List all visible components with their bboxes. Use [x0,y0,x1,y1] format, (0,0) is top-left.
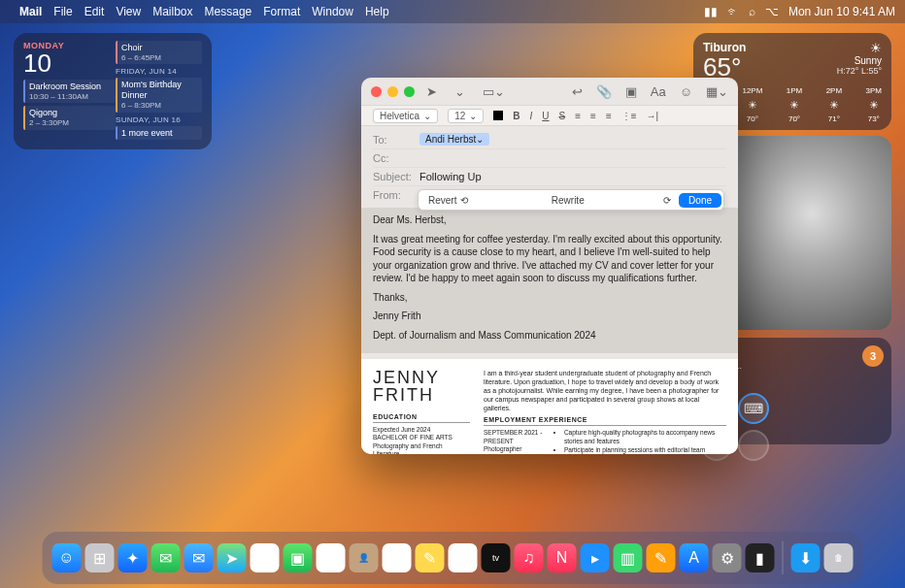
align-right-icon[interactable]: ≡ [606,111,612,121]
body-thanks: Thanks, [373,291,726,305]
menu-help[interactable]: Help [365,5,389,18]
dock-trash[interactable]: 🗑 [824,543,854,572]
compose-body[interactable]: Dear Ms. Herbst, It was great meeting fo… [361,208,738,353]
subject-field[interactable]: Following Up [419,171,726,182]
indent-icon[interactable]: →| [647,111,659,121]
strike-button[interactable]: S [559,111,566,121]
dock-maps[interactable]: ➤ [218,543,247,572]
dock-iphone-mirroring[interactable]: ▮ [746,543,775,572]
weather-temp: 65° [703,54,746,80]
window-close-button[interactable] [371,86,382,97]
underline-button[interactable]: U [542,111,549,121]
dock-music[interactable]: ♫ [515,543,544,572]
weather-hour: 1PM☀︎70° [787,85,802,125]
menu-file[interactable]: File [53,5,72,18]
calendar-widget[interactable]: MONDAY 10 Darkroom Session10:30 – 11:30A… [14,33,212,149]
calendar-event[interactable]: Choir6 – 6:45PM [116,41,202,64]
dock-launchpad[interactable]: ⊞ [85,543,115,572]
emoji-icon[interactable]: ☺ [680,84,692,99]
font-size-select[interactable]: 12 ⌄ [448,109,484,123]
menubar-datetime[interactable]: Mon Jun 10 9:41 AM [788,5,895,18]
dock-appstore[interactable]: A [680,543,709,572]
photo-icon[interactable]: ▣ [625,84,637,99]
control-center-icon[interactable]: ⌥ [765,5,779,18]
weather-hilo: H:72° L:55° [837,66,882,76]
dock: ☺⊞✦✉✉➤✿▣10👤≣✎✐tv♫N▸▥✎A⚙▮ ⬇🗑 [43,532,863,584]
weather-condition: Sunny [837,55,882,66]
device-unknown-icon[interactable] [738,430,769,461]
window-titlebar[interactable]: ➤ ⌄ ▭⌄ ↩ 📎 ▣ Aa ☺ ▦⌄ [361,78,738,105]
undo-icon: ⟲ [460,195,468,206]
calendar-event[interactable]: Qigong2 – 3:30PM [23,106,116,129]
send-icon[interactable]: ➤ [426,84,437,99]
dock-settings[interactable]: ⚙ [713,543,742,572]
font-icon[interactable]: Aa [651,84,666,99]
dock-facetime[interactable]: ▣ [284,543,313,572]
bold-button[interactable]: B [513,111,520,121]
menu-format[interactable]: Format [263,5,300,18]
calendar-event[interactable]: 1 more event [116,126,202,141]
italic-button[interactable]: I [530,111,533,121]
revert-button[interactable]: Revert ⟲ [419,195,478,206]
format-bar: Helvetica ⌄ 12 ⌄ B I U S ≡ ≡ ≡ ⋮≡ →| [361,105,738,126]
dock-notes[interactable]: ✎ [416,543,445,572]
menu-message[interactable]: Message [205,5,252,18]
battery-icon[interactable]: ▮▮ [704,5,718,18]
dock-photos[interactable]: ✿ [251,543,280,572]
menubar: Mail File Edit View Mailbox Message Form… [0,0,905,23]
align-left-icon[interactable]: ≡ [575,111,581,121]
menu-mailbox[interactable]: Mailbox [152,5,192,18]
markup-icon[interactable]: ▦⌄ [706,84,728,99]
calendar-section-label: FRIDAY, JUN 14 [116,67,202,76]
dock-pages[interactable]: ✎ [647,543,676,572]
spotlight-icon[interactable]: ⌕ [749,5,755,18]
calendar-event[interactable]: Mom's Birthday Dinner6 – 8:30PM [116,78,202,112]
dock-mail[interactable]: ✉ [184,543,214,572]
chevron-down-icon[interactable]: ⌄ [454,84,465,99]
rewrite-title: Rewrite [478,195,657,206]
subject-label: Subject: [373,171,419,182]
window-minimize-button[interactable] [387,86,398,97]
rewrite-refresh-icon[interactable]: ⟳ [657,195,677,206]
dock-news[interactable]: N [548,543,577,572]
done-button[interactable]: Done [679,193,721,208]
list-icon[interactable]: ⋮≡ [621,111,637,121]
edu-heading: EDUCATION [373,413,470,423]
exp-heading: EMPLOYMENT EXPERIENCE [484,416,726,426]
reply-icon[interactable]: ↩ [572,84,583,99]
color-swatch[interactable] [493,111,503,120]
dock-keynote[interactable]: ▸ [581,543,610,572]
font-select[interactable]: Helvetica ⌄ [373,109,438,123]
attach-icon[interactable]: 📎 [596,84,612,99]
dock-reminders[interactable]: ≣ [383,543,412,572]
dock-numbers[interactable]: ▥ [614,543,643,572]
header-format-icon[interactable]: ▭⌄ [483,84,505,99]
align-center-icon[interactable]: ≡ [590,111,596,121]
cc-label: Cc: [373,152,419,164]
dock-downloads[interactable]: ⬇ [791,543,821,572]
calendar-section-label: SUNDAY, JUN 16 [116,115,202,124]
window-zoom-button[interactable] [404,86,415,97]
app-menu[interactable]: Mail [19,5,42,18]
chevron-down-icon: ⌄ [469,111,477,121]
calendar-event[interactable]: Darkroom Session10:30 – 11:30AM [23,80,116,103]
menu-view[interactable]: View [116,5,141,18]
dock-freeform[interactable]: ✐ [449,543,478,572]
dock-calendar[interactable]: 10 [317,543,346,572]
dock-tv[interactable]: tv [482,543,511,572]
menu-window[interactable]: Window [312,5,353,18]
wifi-icon[interactable]: ᯤ [727,5,739,18]
dock-safari[interactable]: ✦ [118,543,148,572]
device-keyboard-icon[interactable]: ⌨ [738,393,769,424]
to-label: To: [373,134,419,146]
menu-edit[interactable]: Edit [84,5,105,18]
dock-messages[interactable]: ✉ [151,543,181,572]
rewrite-toolbar: Revert ⟲ Rewrite ⟳ Done [418,189,724,211]
dock-finder[interactable]: ☺ [52,543,82,572]
weather-hour: 12PM☀︎70° [742,85,762,125]
recipient-token[interactable]: Andi Herbst ⌄ [419,133,489,146]
to-field[interactable]: Andi Herbst ⌄ [419,133,726,146]
dock-contacts[interactable]: 👤 [350,543,379,572]
body-signature-dept: Dept. of Journalism and Mass Communicati… [373,329,726,343]
attachment-preview[interactable]: JENNY FRITH EDUCATION Expected June 2024… [361,359,738,454]
